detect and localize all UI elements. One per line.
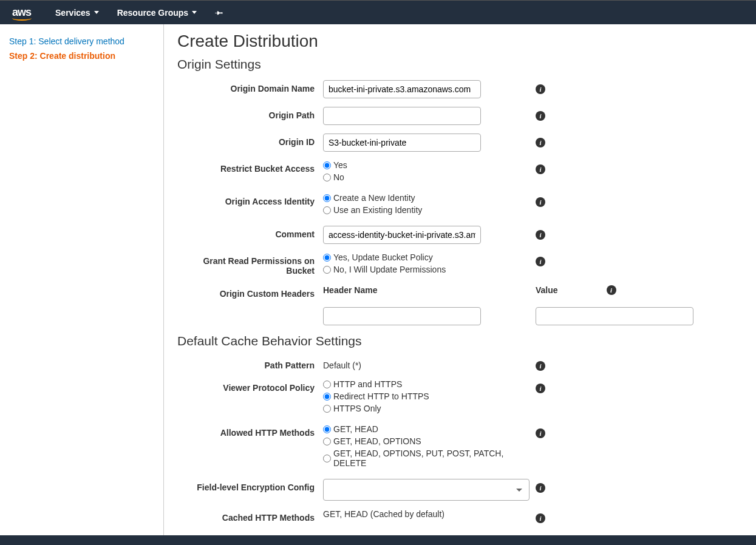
allowed-gho-label: GET, HEAD, OPTIONS bbox=[333, 436, 421, 446]
content-area: Create Distribution Origin Settings Orig… bbox=[164, 24, 756, 535]
origin-domain-name-label: Origin Domain Name bbox=[177, 80, 323, 93]
header-name-label: Header Name bbox=[323, 285, 536, 295]
top-navigation: aws Services Resource Groups bbox=[0, 0, 756, 24]
page-title: Create Distribution bbox=[177, 32, 743, 51]
path-pattern-value: Default (*) bbox=[323, 357, 536, 370]
viewer-protocol-policy-label: Viewer Protocol Policy bbox=[177, 379, 323, 393]
origin-custom-headers-label: Origin Custom Headers bbox=[177, 285, 323, 299]
oai-existing-radio[interactable] bbox=[323, 206, 331, 214]
allowed-http-methods-label: Allowed HTTP Methods bbox=[177, 424, 323, 438]
restrict-bucket-yes-label: Yes bbox=[333, 160, 347, 170]
section-origin-settings: Origin Settings bbox=[177, 57, 743, 72]
origin-access-identity-label: Origin Access Identity bbox=[177, 193, 323, 206]
resource-groups-menu[interactable]: Resource Groups bbox=[117, 8, 197, 18]
info-icon[interactable]: i bbox=[536, 84, 545, 94]
vpp-https-only-radio[interactable] bbox=[323, 405, 331, 413]
info-icon[interactable]: i bbox=[536, 384, 545, 393]
step2-link[interactable]: Step 2: Create distribution bbox=[9, 51, 154, 61]
comment-input[interactable] bbox=[323, 226, 481, 244]
pin-icon bbox=[215, 8, 223, 17]
bottom-bar bbox=[0, 535, 756, 545]
header-value-input[interactable] bbox=[536, 307, 693, 325]
cached-http-methods-value: GET, HEAD (Cached by default) bbox=[323, 509, 536, 519]
grant-read-no-radio[interactable] bbox=[323, 266, 331, 274]
vpp-both-label: HTTP and HTTPS bbox=[333, 379, 402, 389]
restrict-bucket-access-label: Restrict Bucket Access bbox=[177, 160, 323, 174]
field-encryption-select[interactable] bbox=[323, 479, 530, 501]
vpp-https-only-label: HTTPS Only bbox=[333, 404, 381, 413]
grant-read-yes-label: Yes, Update Bucket Policy bbox=[333, 252, 433, 262]
field-encryption-label: Field-level Encryption Config bbox=[177, 479, 323, 492]
restrict-bucket-no-radio[interactable] bbox=[323, 174, 331, 181]
info-icon[interactable]: i bbox=[536, 230, 545, 240]
path-pattern-label: Path Pattern bbox=[177, 357, 323, 370]
cached-http-methods-label: Cached HTTP Methods bbox=[177, 509, 323, 523]
info-icon[interactable]: i bbox=[607, 285, 616, 295]
info-icon[interactable]: i bbox=[536, 138, 545, 147]
aws-logo[interactable]: aws bbox=[12, 6, 31, 19]
grant-read-no-label: No, I Will Update Permissions bbox=[333, 265, 446, 274]
grant-read-yes-radio[interactable] bbox=[323, 254, 331, 262]
oai-create-radio[interactable] bbox=[323, 194, 331, 202]
grant-read-perms-label: Grant Read Permissions on Bucket bbox=[177, 252, 323, 276]
allowed-all-label: GET, HEAD, OPTIONS, PUT, POST, PATCH, DE… bbox=[333, 449, 536, 468]
restrict-bucket-no-label: No bbox=[333, 172, 344, 182]
vpp-both-radio[interactable] bbox=[323, 381, 331, 388]
restrict-bucket-yes-radio[interactable] bbox=[323, 161, 331, 169]
value-label: Value bbox=[536, 285, 558, 295]
info-icon[interactable]: i bbox=[536, 164, 545, 174]
header-name-input[interactable] bbox=[323, 307, 481, 325]
origin-id-label: Origin ID bbox=[177, 134, 323, 147]
allowed-gh-radio[interactable] bbox=[323, 425, 331, 433]
services-menu[interactable]: Services bbox=[55, 8, 99, 18]
chevron-down-icon bbox=[192, 11, 197, 14]
vpp-redirect-label: Redirect HTTP to HTTPS bbox=[333, 391, 429, 401]
main-wrapper: Step 1: Select delivery method Step 2: C… bbox=[0, 24, 756, 535]
vpp-redirect-radio[interactable] bbox=[323, 393, 331, 401]
resource-groups-label: Resource Groups bbox=[117, 8, 188, 18]
section-cache-behavior: Default Cache Behavior Settings bbox=[177, 334, 743, 348]
info-icon[interactable]: i bbox=[536, 257, 545, 266]
oai-create-label: Create a New Identity bbox=[333, 193, 415, 203]
info-icon[interactable]: i bbox=[536, 111, 545, 121]
info-icon[interactable]: i bbox=[536, 197, 545, 207]
info-icon[interactable]: i bbox=[536, 428, 545, 438]
info-icon[interactable]: i bbox=[536, 513, 545, 523]
origin-path-label: Origin Path bbox=[177, 107, 323, 120]
info-icon[interactable]: i bbox=[536, 483, 545, 493]
oai-existing-label: Use an Existing Identity bbox=[333, 205, 422, 215]
allowed-gho-radio[interactable] bbox=[323, 438, 331, 445]
allowed-all-radio[interactable] bbox=[323, 455, 331, 462]
sidebar: Step 1: Select delivery method Step 2: C… bbox=[0, 24, 164, 535]
pin-button[interactable] bbox=[215, 8, 223, 17]
comment-label: Comment bbox=[177, 226, 323, 239]
step1-link[interactable]: Step 1: Select delivery method bbox=[9, 36, 154, 46]
info-icon[interactable]: i bbox=[536, 361, 545, 371]
allowed-gh-label: GET, HEAD bbox=[333, 424, 378, 434]
chevron-down-icon bbox=[94, 11, 99, 14]
origin-id-input[interactable] bbox=[323, 134, 481, 152]
origin-domain-name-input[interactable] bbox=[323, 80, 481, 98]
origin-path-input[interactable] bbox=[323, 107, 481, 125]
services-label: Services bbox=[55, 8, 90, 18]
